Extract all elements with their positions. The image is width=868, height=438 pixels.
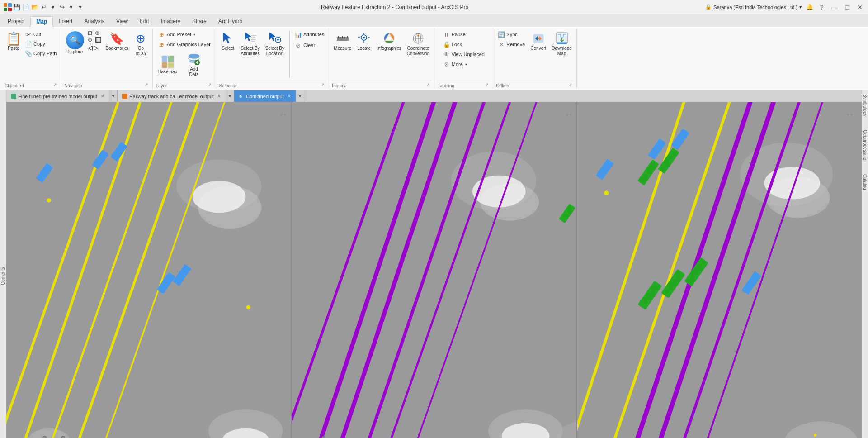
labeling-group-content: ⏸ Pause 🔒 Lock 👁 View Unplaced ⚙ More ▾ [441, 29, 486, 80]
map-tab-combined[interactable]: ⊕ Combined output ✕ [234, 90, 296, 102]
catalog-panel-label[interactable]: Catalog [863, 174, 868, 190]
paste-button[interactable]: 📋 Paste [5, 30, 23, 52]
fine-tuned-tab-close[interactable]: ✕ [101, 94, 104, 99]
select-button[interactable]: Select [219, 30, 237, 52]
basemap-icon [160, 55, 175, 69]
map-v1-top-dots [280, 114, 286, 116]
more-label: More [452, 62, 463, 67]
zoom-in-icon[interactable]: ⊕ [95, 30, 102, 36]
navigate-expand-button[interactable]: ↗ [143, 81, 150, 88]
offline-expand-button[interactable]: ↗ [567, 81, 574, 88]
layer-expand-button[interactable]: ↗ [207, 81, 213, 88]
sync-button[interactable]: 🔄 Sync [496, 30, 527, 39]
close-button[interactable]: ✕ [855, 3, 864, 12]
dot1 [280, 114, 283, 116]
infographics-button[interactable]: Infographics [375, 30, 403, 52]
selection-expand-button[interactable]: ↗ [320, 81, 326, 88]
go-to-xy-button[interactable]: ⊕ GoTo XY [132, 30, 150, 58]
select-by-attributes-icon [243, 31, 258, 46]
new-icon[interactable]: 📄 [22, 3, 30, 11]
locate-button[interactable]: Locate [355, 30, 373, 52]
labeling-expand-button[interactable]: ↗ [484, 81, 490, 88]
bookmarks-button[interactable]: 🔖 Bookmarks [104, 30, 130, 52]
attributes-button[interactable]: 📊 Attributes [293, 30, 326, 39]
zoom-out-icon[interactable]: ⊖ [88, 37, 94, 43]
inquiry-expand-button[interactable]: ↗ [425, 81, 431, 88]
more-dropdown-arrow[interactable]: ▾ [465, 62, 467, 67]
map-tab-fine-tuned[interactable]: Fine tuned pre-trained model output ✕ [6, 90, 109, 102]
tab-edit[interactable]: Edit [134, 16, 155, 27]
fine-tuned-tab-label: Fine tuned pre-trained model output [18, 94, 97, 99]
tab-map[interactable]: Map [30, 16, 53, 27]
undo-dropdown-icon[interactable]: ▾ [49, 3, 57, 11]
svg-rect-6 [168, 56, 174, 62]
add-preset-dropdown[interactable]: ▾ [193, 33, 195, 37]
open-icon[interactable]: 📂 [31, 3, 39, 11]
minimize-button[interactable]: — [830, 3, 839, 12]
redo-icon[interactable]: ↪ [58, 3, 66, 11]
fixed-zoom-icon[interactable]: 🔲 [95, 37, 102, 43]
coordinate-conversion-button[interactable]: CoordinateConversion [405, 30, 432, 58]
add-graphics-layer-button[interactable]: ⊕ Add Graphics Layer [156, 40, 212, 49]
symbology-panel-label[interactable]: Symbology [863, 94, 868, 116]
select-icon [221, 31, 235, 46]
select-label: Select [222, 46, 234, 51]
maximize-button[interactable]: □ [843, 3, 852, 12]
add-preset-button[interactable]: ⊕ Add Preset ▾ [156, 30, 197, 39]
more-button[interactable]: ⚙ More ▾ [441, 60, 469, 69]
add-data-button[interactable]: AddData [183, 51, 205, 79]
tab-arc-hydro[interactable]: Arc Hydro [212, 16, 248, 27]
fine-tuned-tab-dropdown[interactable]: ▾ [109, 90, 118, 102]
explore-button[interactable]: 🔍 Explore [64, 30, 86, 56]
save-icon[interactable]: 💾 [13, 3, 21, 11]
dot6 [850, 114, 853, 116]
back-arrow-icon[interactable]: ◁ [88, 44, 93, 51]
railway-track-tab-dropdown[interactable]: ▾ [226, 90, 234, 102]
railway-track-tab-close[interactable]: ✕ [217, 94, 221, 99]
pause-button[interactable]: ⏸ Pause [441, 30, 467, 39]
cut-button[interactable]: ✂ Cut [23, 30, 58, 39]
user-dropdown-icon[interactable]: ▾ [799, 4, 802, 10]
combined-tab-dropdown[interactable]: ▾ [296, 90, 304, 102]
select-by-location-button[interactable]: Select ByLocation [264, 30, 286, 58]
locate-label: Locate [357, 46, 371, 51]
clipboard-expand-button[interactable]: ↗ [52, 81, 58, 88]
download-map-button[interactable]: DownloadMap [550, 30, 573, 58]
contents-label: Contents [0, 267, 5, 285]
forward-arrow-icon[interactable]: ▷ [94, 44, 99, 51]
select-by-attributes-button[interactable]: Select ByAttributes [239, 30, 261, 58]
remove-label: Remove [506, 42, 525, 47]
selection-sep [289, 31, 290, 78]
basemap-button[interactable]: Basemap [156, 53, 179, 76]
navigate-label: Navigate [64, 82, 82, 88]
notification-icon[interactable]: 🔔 [806, 3, 814, 11]
tab-project[interactable]: Project [2, 16, 30, 27]
user-area[interactable]: 🔒 Saranya (Esri India Technologies Ltd.)… [705, 4, 802, 10]
combined-tab-close[interactable]: ✕ [288, 94, 291, 99]
tab-insert[interactable]: Insert [53, 16, 78, 27]
customize-qat-icon[interactable]: ▾ [76, 3, 84, 11]
convert-button[interactable]: Convert [528, 30, 548, 52]
full-extent-icon[interactable]: ⊞ [88, 30, 94, 36]
tab-imagery[interactable]: Imagery [155, 16, 186, 27]
help-button[interactable]: ? [817, 3, 826, 12]
undo-icon[interactable]: ↩ [40, 3, 48, 11]
ribbon-tab-bar: Project Map Insert Analysis View Edit Im… [0, 14, 868, 27]
tab-share[interactable]: Share [186, 16, 212, 27]
contents-panel[interactable]: Contents [0, 90, 6, 438]
map-tab-railway-track[interactable]: Railway track and ca...er model output ✕ [118, 90, 226, 102]
copy-button[interactable]: 📄 Copy [23, 39, 58, 48]
measure-button[interactable]: Measure [332, 30, 353, 52]
tab-view[interactable]: View [110, 16, 134, 27]
tab-analysis[interactable]: Analysis [78, 16, 110, 27]
view-unplaced-button[interactable]: 👁 View Unplaced [441, 50, 486, 59]
map-view-3[interactable]: ⊠ ⊡ ⊞ [577, 102, 862, 438]
copy-path-button[interactable]: 📎 Copy Path [23, 49, 58, 58]
remove-button[interactable]: ✕ Remove [496, 40, 527, 49]
map-view-2[interactable]: ⊠ ⊡ ⊞ [292, 102, 577, 438]
redo-dropdown-icon[interactable]: ▾ [67, 3, 75, 11]
clear-button[interactable]: ⊘ Clear [293, 41, 326, 50]
map-view-1[interactable]: ⊠ ⊡ ⊞ [6, 102, 292, 438]
geoprocessing-panel-label[interactable]: Geoprocessing [863, 130, 868, 160]
lock-button[interactable]: 🔒 Lock [441, 40, 464, 49]
